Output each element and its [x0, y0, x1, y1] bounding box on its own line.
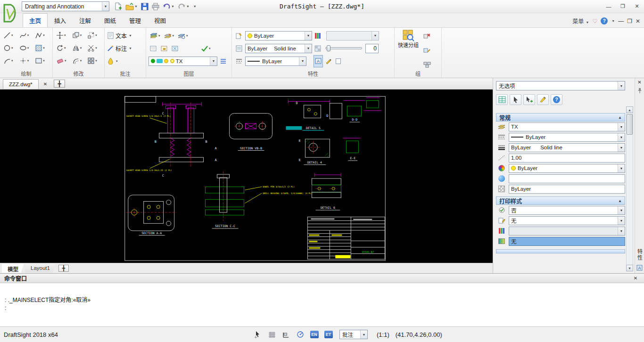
redo-button[interactable]: ▼: [176, 1, 191, 12]
polyline-tool-button[interactable]: ▾: [34, 29, 50, 41]
layer-state-button[interactable]: ▾: [163, 30, 175, 42]
quick-group-button[interactable]: 快速分组: [397, 29, 420, 71]
tab-view[interactable]: 视图: [148, 13, 173, 27]
group-manager-button[interactable]: [422, 58, 432, 71]
isolate-layer-button[interactable]: [159, 42, 169, 55]
drawing-canvas[interactable]: SOCKET HEAD SCREW 1/4-20x1.5 (2 PL) SOCK…: [0, 90, 493, 263]
save-button[interactable]: [140, 1, 150, 12]
tab-annotate[interactable]: 注解: [73, 13, 98, 27]
print-style-field[interactable]: 无▼: [509, 216, 625, 225]
help-button[interactable]: ?: [601, 17, 608, 24]
section-general[interactable]: 常规 ▲: [496, 113, 625, 122]
panel-help-button[interactable]: ?: [551, 94, 562, 105]
color-bars-button[interactable]: [314, 30, 322, 42]
tab-sheet[interactable]: 图纸: [98, 13, 123, 27]
color-field[interactable]: ByLayer▼: [509, 164, 625, 173]
ungroup-button[interactable]: [422, 30, 432, 42]
color-combo[interactable]: ByLayer ▼: [245, 31, 312, 41]
scroll-up-icon[interactable]: ▲: [626, 106, 633, 113]
ortho-button[interactable]: [280, 329, 292, 340]
undo-button[interactable]: ▼: [161, 1, 176, 12]
properties-sheet-button[interactable]: [234, 42, 244, 55]
scroll-down-icon[interactable]: ▼: [626, 265, 633, 271]
tab-manage[interactable]: 管理: [123, 13, 148, 27]
selection-filter-combo[interactable]: 无选项 ▼: [496, 81, 625, 90]
layer-combo[interactable]: TX ▼: [149, 57, 217, 66]
pin-icon[interactable]: [637, 88, 642, 94]
esnap-button[interactable]: EN: [308, 329, 320, 340]
ribbon-minimize-button[interactable]: —: [618, 18, 624, 24]
panel-close-button[interactable]: ✕: [637, 80, 641, 85]
arc-tool-button[interactable]: ▾: [2, 55, 18, 67]
linetype-field[interactable]: ByLayerSolid line▼: [509, 143, 625, 152]
layers-manager-button[interactable]: ▾: [149, 30, 161, 42]
properties-painter-button[interactable]: [234, 30, 244, 42]
dimension-tool-button[interactable]: 标注: [116, 44, 127, 52]
add-sheet-button[interactable]: ╋: [58, 265, 69, 272]
line-tool-button[interactable]: ▾: [2, 29, 18, 41]
view-style-combo[interactable]: ▼: [326, 31, 379, 41]
pointer-button[interactable]: [252, 329, 264, 340]
etrack-button[interactable]: ET: [322, 329, 334, 340]
slider-handle[interactable]: [327, 45, 330, 51]
transparency-value-box[interactable]: 0: [365, 44, 379, 53]
freeze-layer-button[interactable]: [170, 42, 180, 55]
spline-tool-button[interactable]: ▾: [18, 29, 34, 41]
region-tool-button[interactable]: ▾: [34, 55, 50, 67]
print-button[interactable]: [150, 1, 161, 12]
scroll-thumb[interactable]: [627, 114, 633, 135]
sheet-tab-layout1[interactable]: Layout1: [25, 264, 56, 273]
annotation-scale-combo[interactable]: 批注 ▼: [339, 330, 368, 339]
print-table-field[interactable]: ▼: [509, 227, 625, 236]
polar-button[interactable]: [294, 329, 306, 340]
circle-tool-button[interactable]: ▾: [2, 42, 18, 54]
tab-insert[interactable]: 插入: [48, 13, 73, 27]
workspace-selector[interactable]: Drafting and Annotation ▼: [22, 1, 109, 11]
property-paint-button[interactable]: [537, 94, 549, 105]
panel-scrollbar[interactable]: ▲ ▼: [626, 106, 633, 271]
layer-ok-button[interactable]: ▾: [200, 42, 212, 55]
trim-tool-button[interactable]: ▾: [86, 42, 102, 54]
transparency-field[interactable]: [509, 174, 625, 183]
document-close-button[interactable]: ✕: [41, 80, 50, 88]
new-file-button[interactable]: [113, 1, 124, 12]
tab-home[interactable]: 主页: [23, 13, 48, 27]
favorite-icon[interactable]: ♡: [592, 18, 597, 24]
edit-annotation-button[interactable]: [324, 55, 333, 67]
layer-field[interactable]: TX▼: [509, 122, 625, 131]
command-window-header[interactable]: 命令窗口 ✕: [0, 274, 644, 283]
panel-title-vertical[interactable]: 特性: [636, 249, 644, 261]
linestyle-combo[interactable]: ByLayer ▼: [245, 57, 306, 66]
linescale-field[interactable]: 1.00: [509, 154, 625, 163]
section-next-partial[interactable]: [496, 249, 625, 253]
edit-group-button[interactable]: [422, 44, 432, 57]
offset-tool-button[interactable]: ▾: [71, 55, 87, 67]
properties-lines-button[interactable]: [234, 55, 244, 67]
copy-tool-button[interactable]: ▾: [71, 29, 87, 41]
select-entities-button[interactable]: [510, 94, 521, 105]
point-tool-button[interactable]: ▾: [18, 55, 34, 67]
maximize-button[interactable]: ❐: [616, 1, 630, 12]
menu-dropdown[interactable]: 菜单 ▼: [572, 17, 589, 25]
annotation-scale-button[interactable]: A: [314, 55, 323, 67]
new-document-tab-button[interactable]: ╋: [54, 80, 65, 88]
sheet-tab-model[interactable]: 模型: [2, 264, 24, 273]
ribbon-restore-button[interactable]: ❐: [627, 18, 632, 24]
close-button[interactable]: ✕: [630, 1, 644, 12]
scroll-track[interactable]: [626, 113, 633, 265]
customize-toolbar-button[interactable]: ▼: [191, 1, 198, 12]
layer-preview-button[interactable]: ▾: [176, 30, 189, 42]
print-type-field[interactable]: 无: [509, 237, 625, 246]
snap-grid-button[interactable]: [266, 329, 278, 340]
mirror-tool-button[interactable]: ▾: [71, 42, 87, 54]
erase-tool-button[interactable]: ▾: [55, 55, 71, 67]
transparency-slider[interactable]: [325, 47, 362, 49]
hatch-tool-button[interactable]: ▾: [34, 42, 50, 54]
material-field[interactable]: ByLayer: [509, 185, 625, 194]
text-tool-button[interactable]: 文本: [116, 32, 127, 40]
blank-sheet-button[interactable]: [334, 55, 342, 67]
pattern-tool-button[interactable]: ▾: [86, 55, 102, 67]
document-tab[interactable]: ZZZ.dwg*: [3, 79, 39, 89]
linestyle-field[interactable]: ByLayer▼: [509, 133, 625, 142]
command-input-area[interactable]: : ._MAINSELECT指定对角:«取消» :: [0, 283, 644, 326]
